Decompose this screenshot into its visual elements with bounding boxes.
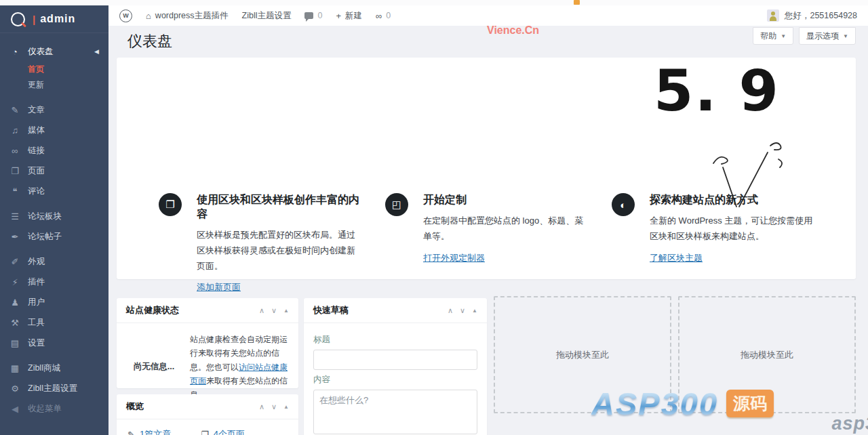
sidebar-item-label: Zibll主题设置 bbox=[28, 383, 77, 394]
menu-separator bbox=[0, 353, 108, 358]
comments-menu[interactable]: 0 bbox=[304, 11, 322, 20]
sidebar-item-label: 论坛帖子 bbox=[28, 231, 62, 243]
welcome-card-title: 使用区块和区块样板创作丰富的内容 bbox=[197, 193, 363, 222]
widget-header: 快速草稿 ∧ ∨ ▲ bbox=[304, 298, 487, 323]
sidebar-item-comments[interactable]: ❝ 评论 bbox=[0, 181, 108, 201]
open-customizer-link[interactable]: 打开外观定制器 bbox=[423, 252, 485, 264]
sidebar-item-label: 页面 bbox=[28, 165, 45, 177]
users-icon: ♟ bbox=[9, 297, 20, 308]
plus-icon: + bbox=[336, 11, 341, 21]
new-content-menu[interactable]: + 新建 bbox=[336, 10, 362, 22]
move-up-icon[interactable]: ∧ bbox=[259, 306, 264, 315]
tools-icon: ⚒ bbox=[9, 318, 20, 328]
pages-icon: ❐ bbox=[9, 166, 20, 176]
link-icon: ∞ bbox=[376, 11, 382, 21]
sidebar-item-forum-sections[interactable]: ☰ 论坛板块 bbox=[0, 206, 108, 226]
sidebar-item-dashboard[interactable]: ◔ 仪表盘 ◀ bbox=[0, 41, 108, 62]
asp300-domain-text: asp300.net bbox=[709, 413, 868, 434]
sidebar-item-posts[interactable]: ✎ 文章 bbox=[0, 100, 108, 120]
posts-icon: ✎ bbox=[9, 105, 20, 115]
move-up-icon[interactable]: ∧ bbox=[448, 306, 453, 315]
widget-header: 站点健康状态 ∧ ∨ ▲ bbox=[117, 298, 298, 323]
dashboard-icon: ◔ bbox=[9, 47, 20, 57]
draft-title-input[interactable] bbox=[313, 350, 477, 370]
overview-posts: ✎ 1篇文章 bbox=[127, 428, 171, 435]
site-name-label: wordpress主题插件 bbox=[155, 10, 229, 22]
add-new-page-link[interactable]: 添加新页面 bbox=[197, 281, 241, 293]
site-name-menu[interactable]: ⌂ wordpress主题插件 bbox=[146, 10, 229, 22]
sidebar-item-tools[interactable]: ⚒ 工具 bbox=[0, 312, 108, 333]
screen-options-button[interactable]: 显示选项 ▼ bbox=[799, 27, 856, 45]
sidebar-item-zibll-store[interactable]: ▦ Zibll商城 bbox=[0, 358, 108, 378]
draft-content-textarea[interactable] bbox=[313, 390, 477, 434]
sidebar-item-plugins[interactable]: ⚡ 插件 bbox=[0, 272, 108, 292]
comments-count: 0 bbox=[317, 11, 322, 20]
site-health-status: 尚无信息... bbox=[125, 333, 183, 402]
contrast-icon: ◐ bbox=[612, 193, 635, 216]
posts-count-link[interactable]: 1篇文章 bbox=[140, 428, 171, 435]
admin-top-bar: W ⌂ wordpress主题插件 Zibll主题设置 0 + 新建 ∞ 0 您… bbox=[108, 5, 868, 26]
sidebar-subitem-home[interactable]: 首页 bbox=[0, 62, 108, 77]
sidebar-item-appearance[interactable]: ✐ 外观 bbox=[0, 251, 108, 272]
draft-content-label: 内容 bbox=[313, 374, 477, 386]
widget-title: 站点健康状态 bbox=[126, 304, 179, 316]
move-down-icon[interactable]: ∨ bbox=[271, 402, 277, 411]
sidebar-item-zibll-theme-settings[interactable]: ⚙ Zibll主题设置 bbox=[0, 378, 108, 398]
pages-count-link[interactable]: 4个页面 bbox=[214, 428, 245, 435]
sidebar-item-users[interactable]: ♟ 用户 bbox=[0, 292, 108, 312]
sidebar-item-media[interactable]: ♫ 媒体 bbox=[0, 120, 108, 140]
quick-draft-widget: 快速草稿 ∧ ∨ ▲ 标题 内容 保存草稿 bbox=[304, 298, 487, 435]
sidebar-item-label: 外观 bbox=[28, 256, 45, 268]
overview-widget: 概览 ∧ ∨ ▲ ✎ 1篇文章 ❐ 4个页面 bbox=[117, 394, 298, 435]
new-label: 新建 bbox=[345, 10, 362, 22]
site-health-widget: 站点健康状态 ∧ ∨ ▲ 尚无信息... 站点健康检查会自动定期运行来取得有关您… bbox=[117, 298, 298, 388]
links-menu[interactable]: ∞ 0 bbox=[376, 11, 391, 21]
sidebar-item-label: 收起菜单 bbox=[28, 403, 62, 415]
logo-divider: | bbox=[33, 14, 35, 25]
move-up-icon[interactable]: ∧ bbox=[259, 402, 264, 411]
widget-title: 快速草稿 bbox=[313, 304, 349, 316]
help-button[interactable]: 帮助 ▼ bbox=[753, 27, 793, 45]
sidebar-item-label: 媒体 bbox=[28, 125, 45, 136]
dashboard-content: 仪表盘 Vience.Cn 帮助 ▼ 显示选项 ▼ 5. 9 bbox=[108, 26, 868, 435]
sidebar-item-label: 仪表盘 bbox=[28, 46, 54, 58]
links-icon: ∞ bbox=[9, 146, 20, 156]
asp300-brand-text: ASP300 bbox=[591, 385, 718, 422]
welcome-card-block-themes: ◐ 探索构建站点的新方式 全新的 WordPress 主题，可让您按需使用区块和… bbox=[612, 193, 816, 264]
sidebar-item-settings[interactable]: ▤ 设置 bbox=[0, 333, 108, 353]
customizer-icon: ◰ bbox=[385, 193, 408, 216]
sidebar-item-label: 设置 bbox=[28, 337, 45, 349]
admin-sidebar: | admin ◔ 仪表盘 ◀ 首页 更新 ✎ 文章 ♫ 媒体 ∞ bbox=[0, 5, 108, 435]
collapse-toggle-icon[interactable]: ▲ bbox=[283, 308, 289, 314]
sidebar-item-collapse-menu[interactable]: ◀ 收起菜单 bbox=[0, 398, 108, 419]
wordpress-menu[interactable]: W bbox=[119, 9, 132, 22]
sidebar-item-pages[interactable]: ❐ 页面 bbox=[0, 161, 108, 181]
forum-posts-icon: ✒ bbox=[9, 232, 20, 242]
zibll-settings-label: Zibll主题设置 bbox=[242, 10, 292, 22]
help-label: 帮助 bbox=[760, 30, 776, 42]
draft-title-label: 标题 bbox=[313, 334, 477, 346]
screen-options-label: 显示选项 bbox=[806, 30, 839, 42]
menu-separator bbox=[0, 247, 108, 251]
wordpress-logo-icon: W bbox=[119, 9, 132, 22]
move-down-icon[interactable]: ∨ bbox=[271, 306, 277, 315]
sidebar-item-links[interactable]: ∞ 链接 bbox=[0, 140, 108, 161]
plugins-icon: ⚡ bbox=[9, 277, 20, 287]
page-title: 仪表盘 bbox=[127, 31, 172, 51]
sidebar-item-forum-posts[interactable]: ✒ 论坛帖子 bbox=[0, 226, 108, 247]
sidebar-menu: ◔ 仪表盘 ◀ 首页 更新 ✎ 文章 ♫ 媒体 ∞ 链接 ❐ 页面 bbox=[0, 33, 108, 419]
vience-watermark: Vience.Cn bbox=[487, 24, 539, 37]
comments-icon: ❝ bbox=[9, 186, 20, 196]
collapse-toggle-icon[interactable]: ▲ bbox=[283, 404, 289, 410]
sidebar-subitem-updates[interactable]: 更新 bbox=[0, 77, 108, 93]
greeting-label: 您好，2551654928 bbox=[785, 10, 857, 22]
links-count: 0 bbox=[386, 11, 391, 20]
zibll-settings-menu[interactable]: Zibll主题设置 bbox=[242, 10, 292, 22]
submenu-collapse-arrow-icon[interactable]: ◀ bbox=[94, 48, 99, 55]
account-menu[interactable]: 您好，2551654928 bbox=[767, 9, 857, 22]
move-down-icon[interactable]: ∨ bbox=[460, 306, 465, 315]
sidebar-item-label: 工具 bbox=[28, 317, 45, 329]
collapse-toggle-icon[interactable]: ▲ bbox=[472, 308, 477, 314]
learn-block-themes-link[interactable]: 了解区块主题 bbox=[650, 252, 703, 264]
welcome-card-customize: ◰ 开始定制 在定制器中配置您站点的 logo、标题、菜单等。 打开外观定制器 bbox=[385, 193, 590, 264]
